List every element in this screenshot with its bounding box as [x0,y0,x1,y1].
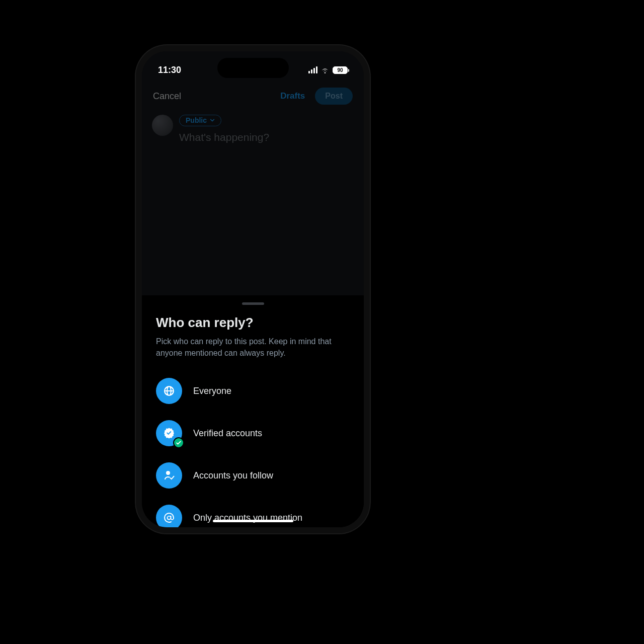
selected-check-icon [173,437,184,448]
at-icon [156,505,182,527]
compose-nav: Cancel Drafts Post [142,84,364,112]
phone-screen: 11:30 90 Cancel Drafts Post [142,51,364,527]
user-check-icon [156,462,182,489]
home-indicator[interactable] [213,520,293,522]
compose-body: Public What's happening? [142,112,364,146]
compose-layer: Cancel Drafts Post Public [142,51,364,295]
sheet-grabber[interactable] [242,302,264,305]
post-button[interactable]: Post [315,88,353,105]
phone-frame: 11:30 90 Cancel Drafts Post [136,45,370,533]
avatar [152,115,173,136]
option-label: Everyone [193,386,231,396]
sheet-title: Who can reply? [156,315,350,331]
battery-icon: 90 [333,66,348,74]
option-label: Verified accounts [193,428,262,439]
stage: 11:30 90 Cancel Drafts Post [0,0,644,644]
audience-chip[interactable]: Public [179,115,221,126]
drafts-button[interactable]: Drafts [280,91,305,101]
option-label: Accounts you follow [193,470,273,481]
sheet-subtitle: Pick who can reply to this post. Keep in… [156,336,337,359]
audience-label: Public [186,116,207,124]
cancel-button[interactable]: Cancel [153,91,181,102]
wifi-icon [320,66,330,73]
reply-sheet: Who can reply? Pick who can reply to thi… [142,295,364,527]
chevron-down-icon [210,118,215,123]
verified-icon [156,420,182,446]
dynamic-island [218,58,288,77]
reply-option-mentioned[interactable]: Only accounts you mention [156,497,350,527]
compose-placeholder[interactable]: What's happening? [179,131,354,143]
reply-option-verified[interactable]: Verified accounts [156,412,350,454]
reply-option-everyone[interactable]: Everyone [156,370,350,412]
globe-icon [156,378,182,404]
cellular-icon [308,66,317,73]
status-time: 11:30 [158,65,181,75]
status-right: 90 [308,66,348,74]
reply-option-following[interactable]: Accounts you follow [156,454,350,497]
